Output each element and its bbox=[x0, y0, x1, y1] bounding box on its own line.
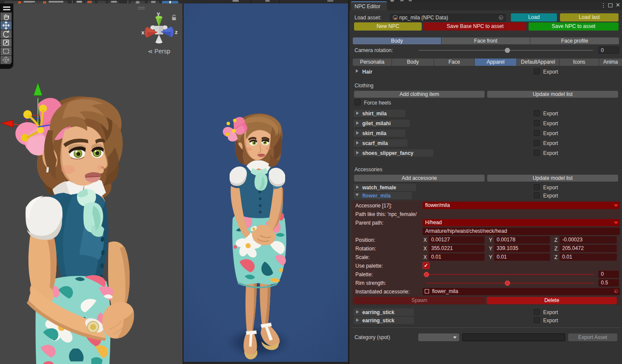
svg-text:x: x bbox=[141, 29, 145, 36]
svg-text:z: z bbox=[175, 29, 178, 35]
svg-text:y: y bbox=[157, 10, 160, 17]
